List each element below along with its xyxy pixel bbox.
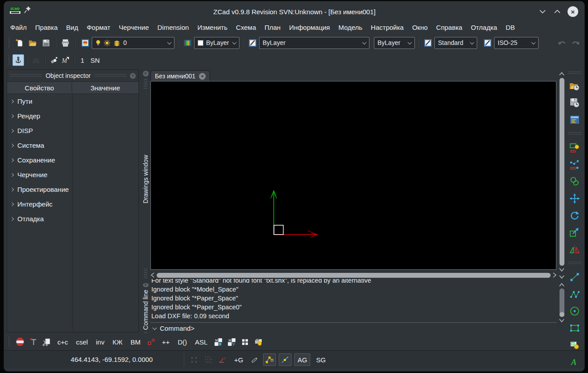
checker-m-star-button[interactable]: М — [212, 336, 224, 348]
menu-debug[interactable]: Отладка — [471, 24, 497, 31]
tree-item-saving[interactable]: Сохранение — [7, 153, 138, 167]
menu-draw[interactable]: Черчение — [119, 24, 149, 31]
command-dock-strip[interactable]: × Command line — [142, 282, 149, 333]
four-squares-button[interactable] — [239, 336, 251, 348]
menu-model[interactable]: Модель — [338, 24, 362, 31]
layout-number-button[interactable]: 1 — [77, 57, 87, 64]
ortho-button[interactable]: z — [217, 354, 228, 365]
toolbar-handle[interactable] — [8, 337, 9, 347]
drawing-canvas[interactable] — [150, 81, 556, 270]
db-sphere-button[interactable] — [14, 336, 26, 348]
close-icon[interactable]: × — [143, 283, 149, 287]
inv-button[interactable]: inv — [93, 338, 107, 346]
minimize-button[interactable] — [539, 9, 546, 14]
drawing-tab[interactable]: Без имени001 × — [150, 70, 210, 81]
tab-close-icon[interactable]: × — [199, 73, 206, 80]
copy-clip-button[interactable]: c+c — [54, 338, 71, 346]
tree-item-drafting[interactable]: Черчение — [7, 167, 138, 182]
column-value[interactable]: Значение — [72, 82, 138, 93]
csel-button[interactable]: csel — [73, 338, 91, 346]
snap-grid-button[interactable]: SG — [313, 356, 329, 364]
block-tools-button[interactable] — [252, 336, 264, 348]
menu-edit[interactable]: Правка — [35, 24, 58, 31]
lineweight-combo[interactable]: ByLayer — [374, 37, 415, 49]
tree-item-system[interactable]: Система — [7, 138, 138, 153]
toolbar-handle[interactable] — [568, 72, 581, 75]
mirror-button[interactable] — [569, 243, 580, 255]
tree-item-design[interactable]: Проектирование — [7, 182, 138, 197]
move-button[interactable] — [569, 193, 580, 204]
drawings-dock-strip[interactable]: × Drawings window — [142, 69, 149, 279]
command-scrollbar-thumb[interactable] — [560, 288, 564, 317]
tree-item-debug[interactable]: Отладка — [7, 211, 138, 226]
binoculars-button[interactable] — [30, 54, 42, 66]
dim-style-button[interactable] — [481, 36, 494, 49]
asl-button[interactable]: ASL — [192, 338, 211, 346]
anchor-button[interactable] — [12, 54, 24, 66]
circle-tool-button[interactable] — [569, 305, 580, 317]
horizontal-scrollbar[interactable] — [150, 271, 557, 279]
open-recent-button[interactable] — [569, 80, 580, 92]
vertical-scrollbar-thumb[interactable] — [560, 78, 564, 266]
angular-grid-button[interactable]: AG — [294, 353, 310, 366]
linetype-button[interactable] — [246, 36, 259, 49]
edit-polyline-button[interactable]: ED — [569, 159, 580, 170]
chevron-down-icon[interactable] — [153, 325, 157, 330]
insert-block-button[interactable] — [569, 339, 580, 351]
maximize-button[interactable] — [554, 9, 561, 14]
menu-settings[interactable]: Настройка — [371, 24, 404, 31]
menu-plan[interactable]: План — [264, 24, 280, 31]
checker-m-dots-button[interactable]: М — [226, 336, 237, 348]
osnap-near-button[interactable] — [279, 353, 292, 366]
eraser-tag-button[interactable] — [48, 54, 60, 66]
rotate-button[interactable] — [569, 210, 580, 221]
command-scrollbar[interactable] — [558, 283, 565, 323]
menu-format[interactable]: Формат — [87, 24, 110, 31]
clipboard-scissors-button[interactable] — [41, 336, 53, 348]
tree-item-interface[interactable]: Интерфейс — [7, 197, 138, 211]
copy-button[interactable] — [569, 176, 580, 187]
menu-help[interactable]: Справка — [436, 24, 462, 31]
polyline-tool-button[interactable] — [569, 288, 580, 300]
print-button[interactable] — [59, 36, 72, 49]
m-tag-button[interactable]: M — [60, 54, 71, 66]
d-paren-button[interactable]: D() — [174, 338, 190, 346]
column-property[interactable]: Свойство — [7, 82, 72, 93]
command-prompt[interactable]: Command> — [160, 324, 195, 332]
close-icon[interactable]: × — [130, 73, 136, 79]
toolbar-handle[interactable] — [568, 262, 581, 265]
sn-button[interactable]: SN — [87, 57, 103, 64]
menu-view[interactable]: Вид — [66, 24, 78, 31]
horizontal-scrollbar-thumb[interactable] — [157, 273, 551, 278]
vertical-scrollbar[interactable] — [558, 72, 565, 279]
new-file-button[interactable] — [12, 36, 26, 49]
menu-dimension[interactable]: Dimension — [158, 24, 189, 31]
linetype-combo[interactable]: ByLayer — [259, 37, 369, 49]
autosave-button[interactable] — [569, 97, 580, 109]
text-tool-button[interactable]: A — [569, 356, 580, 368]
save-button[interactable] — [39, 36, 53, 49]
dim-style-combo[interactable]: ISO-25 — [494, 37, 539, 49]
column-divider[interactable] — [72, 94, 73, 331]
menu-file[interactable]: Файл — [10, 24, 27, 31]
toolbar-handle[interactable] — [568, 132, 581, 135]
command-prompt-row[interactable]: Command> — [150, 322, 557, 333]
menu-modify[interactable]: Изменить — [197, 24, 227, 31]
close-icon[interactable]: × — [143, 71, 149, 77]
tree-item-render[interactable]: Рендер — [7, 109, 138, 123]
window-props-button[interactable] — [569, 114, 580, 126]
grid-snap-button[interactable] — [188, 354, 200, 365]
undo-button[interactable] — [556, 36, 569, 49]
red-squares-button[interactable] — [146, 336, 157, 348]
close-button[interactable]: × — [568, 6, 578, 17]
color-palette-button[interactable] — [181, 36, 194, 49]
text-style-button[interactable] — [421, 36, 434, 49]
open-file-button[interactable] — [26, 36, 39, 49]
toolbar-handle[interactable] — [8, 55, 9, 65]
vm-button[interactable]: ВМ — [127, 338, 144, 346]
object-inspector-header[interactable]: Object inspector × — [7, 70, 138, 81]
osnap-node-button[interactable] — [263, 353, 276, 366]
title-bar[interactable]: ZCAD ZCad v0.9.8 Revision SVN:Unknown - … — [4, 1, 585, 20]
pin-t-button[interactable] — [28, 336, 39, 348]
plusplus-button[interactable]: ++ — [159, 338, 173, 346]
